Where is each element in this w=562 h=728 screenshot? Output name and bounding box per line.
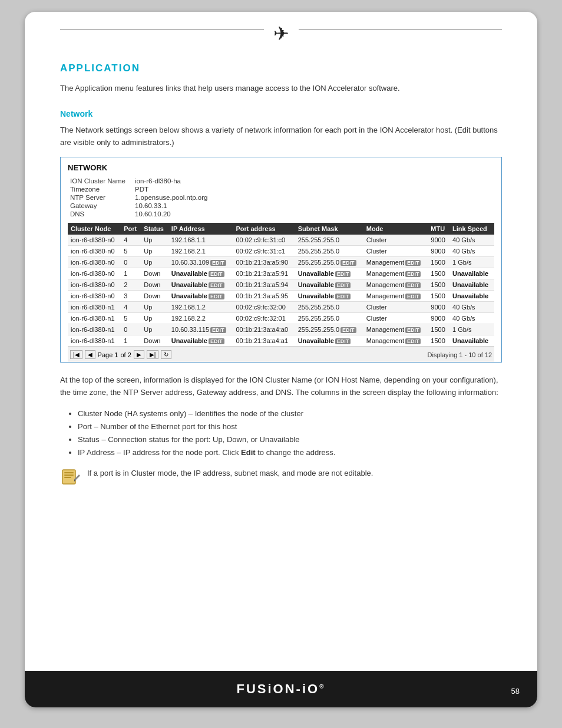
- mode-cell: ManagementEDIT: [363, 335, 428, 347]
- content-area: APPLICATION The Application menu feature…: [25, 51, 537, 526]
- mtu-cell: 1500: [428, 291, 449, 302]
- edit-badge[interactable]: EDIT: [210, 327, 226, 333]
- network-subsection-title: Network: [60, 109, 502, 118]
- refresh-button[interactable]: ↻: [161, 350, 171, 359]
- edit-badge[interactable]: EDIT: [209, 294, 224, 299]
- subnet-cell: 255.255.255.0: [295, 302, 363, 313]
- mtu-cell: 1500: [428, 279, 449, 291]
- pagination-display: Displaying 1 - 10 of 12: [428, 351, 492, 358]
- edit-badge[interactable]: EDIT: [340, 327, 356, 333]
- edit-badge[interactable]: EDIT: [405, 327, 421, 333]
- table-row: ion-r6-dl380-n01DownUnavailableEDIT00:1b…: [68, 268, 494, 279]
- edit-badge[interactable]: EDIT: [405, 282, 421, 288]
- status-cell: Down: [141, 279, 168, 291]
- port-cell: 4: [121, 235, 141, 246]
- info-row: ION Cluster Nameion-r6-dl380-ha: [68, 177, 494, 185]
- edit-badge[interactable]: EDIT: [335, 294, 351, 299]
- subnet-cell: 255.255.255.0EDIT: [295, 257, 363, 268]
- link-speed-cell: Unavailable: [449, 268, 494, 279]
- edit-badge[interactable]: EDIT: [405, 338, 421, 344]
- edit-badge[interactable]: EDIT: [405, 260, 421, 266]
- info-row: NTP Server1.opensuse.pool.ntp.org: [68, 193, 494, 202]
- port-addr-cell: 00:02:c9:fc:32:00: [233, 302, 295, 313]
- table-row: ion-r6-dl380-n10Up10.60.33.115EDIT00:1b:…: [68, 324, 494, 335]
- mode-cell: Cluster: [363, 302, 428, 313]
- footer-logo: FUSiON-iO®: [25, 681, 537, 697]
- edit-badge[interactable]: EDIT: [209, 282, 224, 288]
- footer-bar: FUSiON-iO® 58: [25, 671, 537, 707]
- last-page-button[interactable]: ▶|: [147, 350, 159, 359]
- info-row: Gateway10.60.33.1: [68, 202, 494, 210]
- subnet-cell: UnavailableEDIT: [295, 335, 363, 347]
- table-row: ion-r6-dl380-n02DownUnavailableEDIT00:1b…: [68, 279, 494, 291]
- ip-cell: 192.168.1.1: [168, 235, 233, 246]
- bullet-item: IP Address – IP address for the node por…: [78, 446, 502, 459]
- mtu-cell: 9000: [428, 246, 449, 257]
- edit-badge[interactable]: EDIT: [405, 294, 421, 299]
- cluster-node-cell: ion-r6-dl380-n1: [68, 335, 121, 347]
- edit-badge[interactable]: EDIT: [405, 271, 421, 277]
- edit-badge[interactable]: EDIT: [335, 271, 351, 277]
- cluster-node-cell: ion-r6-dl380-n0: [68, 235, 121, 246]
- first-page-button[interactable]: |◀: [70, 350, 82, 359]
- edit-badge[interactable]: EDIT: [335, 338, 351, 344]
- subnet-cell: 255.255.255.0: [295, 235, 363, 246]
- column-header: Status: [141, 223, 168, 235]
- status-cell: Up: [141, 246, 168, 257]
- mode-cell: ManagementEDIT: [363, 291, 428, 302]
- status-cell: Up: [141, 324, 168, 335]
- column-header: Subnet Mask: [295, 223, 363, 235]
- edit-badge[interactable]: EDIT: [209, 338, 224, 344]
- mtu-cell: 9000: [428, 302, 449, 313]
- edit-badge[interactable]: EDIT: [210, 260, 226, 266]
- link-speed-cell: Unavailable: [449, 279, 494, 291]
- status-cell: Up: [141, 257, 168, 268]
- port-cell: 5: [121, 246, 141, 257]
- ip-cell: UnavailableEDIT: [168, 279, 233, 291]
- column-header: Port: [121, 223, 141, 235]
- page-label: Page 1: [98, 351, 118, 358]
- status-cell: Up: [141, 302, 168, 313]
- mode-cell: ManagementEDIT: [363, 324, 428, 335]
- link-speed-cell: Unavailable: [449, 335, 494, 347]
- section-intro: The Application menu features links that…: [60, 83, 502, 95]
- info-label: ION Cluster Name: [68, 177, 133, 185]
- subnet-cell: UnavailableEDIT: [295, 291, 363, 302]
- of-label: of 2: [120, 351, 131, 358]
- port-cell: 2: [121, 279, 141, 291]
- edit-badge[interactable]: EDIT: [209, 271, 224, 277]
- svg-rect-2: [64, 475, 74, 476]
- ip-cell: 192.168.2.1: [168, 246, 233, 257]
- port-cell: 1: [121, 335, 141, 347]
- mtu-cell: 1500: [428, 257, 449, 268]
- table-row: ion-r6-dl380-n04Up192.168.1.100:02:c9:fc…: [68, 235, 494, 246]
- port-addr-cell: 00:1b:21:3a:a5:90: [233, 257, 295, 268]
- mtu-cell: 1500: [428, 335, 449, 347]
- pagination-left: |◀ ◀ Page 1 of 2 ▶ ▶| ↻: [70, 350, 171, 359]
- column-header: Port address: [233, 223, 295, 235]
- edit-badge[interactable]: EDIT: [335, 282, 351, 288]
- edit-badge[interactable]: EDIT: [340, 260, 356, 266]
- table-row: ion-r6-dl380-n14Up192.168.1.200:02:c9:fc…: [68, 302, 494, 313]
- port-addr-cell: 00:1b:21:3a:a4:a0: [233, 324, 295, 335]
- table-row: ion-r6-dl380-n03DownUnavailableEDIT00:1b…: [68, 291, 494, 302]
- top-icon: ✈: [264, 22, 299, 45]
- page-number: 58: [511, 687, 520, 696]
- network-box: NETWORK ION Cluster Nameion-r6-dl380-haT…: [60, 157, 502, 363]
- cluster-node-cell: ion-r6-dl380-n0: [68, 291, 121, 302]
- ip-cell: 10.60.33.109EDIT: [168, 257, 233, 268]
- info-label: DNS: [68, 210, 133, 218]
- port-cell: 3: [121, 291, 141, 302]
- port-addr-cell: 00:1b:21:3a:a5:91: [233, 268, 295, 279]
- mode-cell: Cluster: [363, 246, 428, 257]
- prev-page-button[interactable]: ◀: [85, 350, 95, 359]
- info-value: ion-r6-dl380-ha: [133, 177, 494, 185]
- info-label: NTP Server: [68, 193, 133, 202]
- subnet-cell: 255.255.255.0: [295, 313, 363, 324]
- next-page-button[interactable]: ▶: [134, 350, 144, 359]
- port-addr-cell: 00:02:c9:fc:31:c1: [233, 246, 295, 257]
- ip-cell: 10.60.33.115EDIT: [168, 324, 233, 335]
- status-cell: Down: [141, 291, 168, 302]
- cluster-node-cell: ion-r6-dl380-n0: [68, 279, 121, 291]
- column-header: Mode: [363, 223, 428, 235]
